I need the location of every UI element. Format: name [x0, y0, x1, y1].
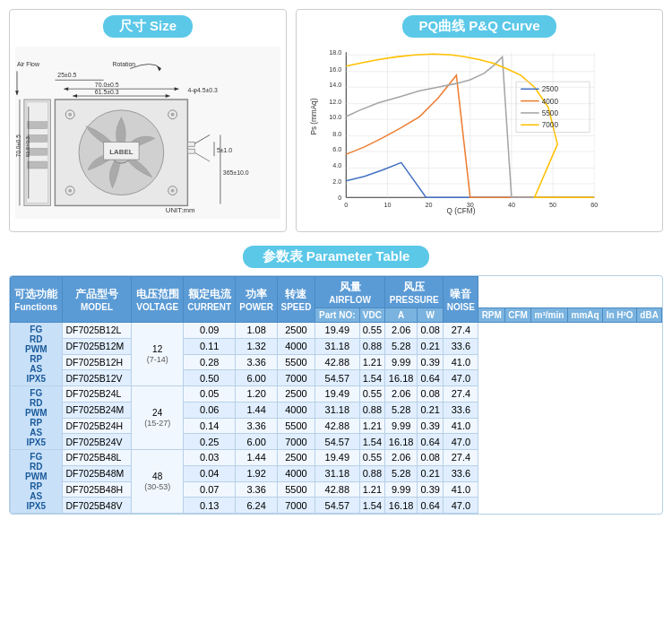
- svg-point-27: [171, 113, 175, 117]
- table-row: DF7025B48H0.073.36550042.881.219.990.394…: [11, 481, 662, 498]
- td-speed: 2500: [277, 450, 314, 466]
- td-dba: 33.6: [444, 402, 478, 418]
- td-m3: 1.21: [359, 418, 385, 434]
- td-power: 6.00: [236, 434, 277, 450]
- td-power: 1.92: [236, 465, 277, 481]
- th-sub-current: A: [385, 308, 418, 323]
- td-model: DF7025B48L: [62, 450, 132, 466]
- table-row: DF7025B12V0.506.00700054.571.5416.180.64…: [11, 370, 662, 386]
- svg-text:5±1.0: 5±1.0: [217, 147, 232, 153]
- td-speed: 7000: [277, 370, 314, 386]
- td-m3: 1.54: [359, 434, 385, 450]
- th-sub-inh2o: In H²O: [603, 308, 637, 323]
- td-power: 1.08: [236, 323, 277, 339]
- param-section: 参数表 Parameter Table 可选功能 Functions 产品型号 …: [9, 246, 663, 515]
- svg-text:61.5±0.3: 61.5±0.3: [25, 135, 30, 157]
- svg-rect-21: [28, 148, 47, 155]
- td-cfm: 19.49: [315, 386, 359, 403]
- pq-chart-container: Ps (mmAq) Q (CFM) 0 2.0 4.0 6.0 8.0 10.0…: [302, 43, 657, 222]
- td-current: 0.50: [183, 370, 235, 386]
- td-inh2o: 0.08: [418, 450, 444, 466]
- th-sub-model: Part NO:: [315, 308, 359, 323]
- table-row: DF7025B12H0.283.36550042.881.219.990.394…: [11, 354, 662, 370]
- th-model: 产品型号 MODEL: [62, 277, 132, 323]
- fan-diagram: Air Flow 25±0.5 Rotation 4-φ4.5±0.3 70.0…: [15, 43, 280, 222]
- td-dba: 41.0: [444, 481, 478, 498]
- svg-text:70.0±0.5: 70.0±0.5: [95, 82, 119, 88]
- td-m3: 1.21: [359, 354, 385, 370]
- th-functions: 可选功能 Functions: [11, 277, 63, 323]
- td-mmaq: 5.28: [385, 465, 418, 481]
- td-current: 0.05: [183, 386, 235, 403]
- td-dba: 27.4: [444, 386, 478, 403]
- svg-text:2.0: 2.0: [332, 178, 341, 186]
- td-inh2o: 0.64: [418, 498, 444, 514]
- td-speed: 4000: [277, 465, 314, 481]
- td-mmaq: 2.06: [385, 386, 418, 403]
- td-model: DF7025B24H: [62, 418, 132, 434]
- td-power: 1.44: [236, 450, 277, 466]
- td-m3: 1.21: [359, 481, 385, 498]
- param-table-wrapper: 可选功能 Functions 产品型号 MODEL 电压范围 VOLTAGE: [9, 275, 663, 515]
- td-cfm: 19.49: [315, 450, 359, 466]
- td-m3: 1.54: [359, 498, 385, 514]
- td-m3: 1.54: [359, 370, 385, 386]
- td-model: DF7025B48V: [62, 498, 132, 514]
- param-table: 可选功能 Functions 产品型号 MODEL 电压范围 VOLTAGE: [10, 276, 662, 514]
- td-current: 0.03: [183, 450, 235, 466]
- table-body: FGRDPWMRPASIPX5DF7025B12L12(7-14)0.091.0…: [11, 323, 662, 514]
- td-mmaq: 9.99: [385, 481, 418, 498]
- td-model: DF7025B12L: [62, 323, 132, 339]
- td-inh2o: 0.21: [418, 338, 444, 354]
- svg-text:10.0: 10.0: [329, 114, 341, 121]
- td-voltage: 48(30-53): [132, 450, 184, 514]
- svg-text:5500: 5500: [542, 109, 559, 117]
- svg-rect-50: [309, 43, 649, 222]
- table-row: DF7025B24M0.061.44400031.180.885.280.213…: [11, 402, 662, 418]
- td-cfm: 42.88: [315, 481, 359, 498]
- td-mmaq: 2.06: [385, 323, 418, 339]
- th-sub-voltage: VDC: [359, 308, 385, 323]
- td-voltage: 24(15-27): [132, 386, 184, 450]
- td-cfm: 19.49: [315, 323, 359, 339]
- td-m3: 0.88: [359, 465, 385, 481]
- td-dba: 47.0: [444, 434, 478, 450]
- svg-text:10: 10: [383, 202, 391, 209]
- svg-text:Air Flow: Air Flow: [17, 61, 39, 67]
- td-current: 0.07: [183, 481, 235, 498]
- td-functions: FGRDPWMRPASIPX5: [11, 450, 63, 514]
- td-mmaq: 5.28: [385, 338, 418, 354]
- td-dba: 33.6: [444, 338, 478, 354]
- size-title: 尺寸 Size: [15, 15, 280, 38]
- table-row: FGRDPWMRPASIPX5DF7025B24L24(15-27)0.051.…: [11, 386, 662, 403]
- td-mmaq: 2.06: [385, 450, 418, 466]
- page-wrapper: 尺寸 Size Air Flow 25±0.5 Rotation 4-φ4.5±…: [0, 0, 672, 524]
- td-model: DF7025B48H: [62, 481, 132, 498]
- td-power: 1.32: [236, 338, 277, 354]
- svg-text:8.0: 8.0: [332, 131, 341, 138]
- td-speed: 2500: [277, 386, 314, 403]
- td-cfm: 31.18: [315, 402, 359, 418]
- th-noise: 噪音 NOISE: [444, 277, 478, 323]
- td-current: 0.13: [183, 498, 235, 514]
- td-current: 0.04: [183, 465, 235, 481]
- td-dba: 47.0: [444, 498, 478, 514]
- td-power: 1.44: [236, 402, 277, 418]
- svg-rect-20: [28, 134, 47, 142]
- table-row: DF7025B24H0.143.36550042.881.219.990.394…: [11, 418, 662, 434]
- svg-text:14.0: 14.0: [329, 82, 341, 89]
- td-power: 3.36: [236, 418, 277, 434]
- param-title: 参数表 Parameter Table: [9, 246, 663, 268]
- td-cfm: 42.88: [315, 354, 359, 370]
- td-power: 6.24: [236, 498, 277, 514]
- th-speed: 转速 SPEED: [277, 277, 314, 323]
- svg-text:365±10.0: 365±10.0: [223, 169, 249, 176]
- td-dba: 33.6: [444, 465, 478, 481]
- th-airflow: 风量 AIRFLOW: [315, 277, 385, 308]
- th-sub-power: W: [418, 308, 444, 323]
- td-functions: FGRDPWMRPASIPX5: [11, 386, 63, 450]
- td-dba: 41.0: [444, 354, 478, 370]
- td-mmaq: 5.28: [385, 402, 418, 418]
- svg-text:70.0±0.5: 70.0±0.5: [15, 134, 22, 157]
- svg-text:40: 40: [508, 202, 515, 209]
